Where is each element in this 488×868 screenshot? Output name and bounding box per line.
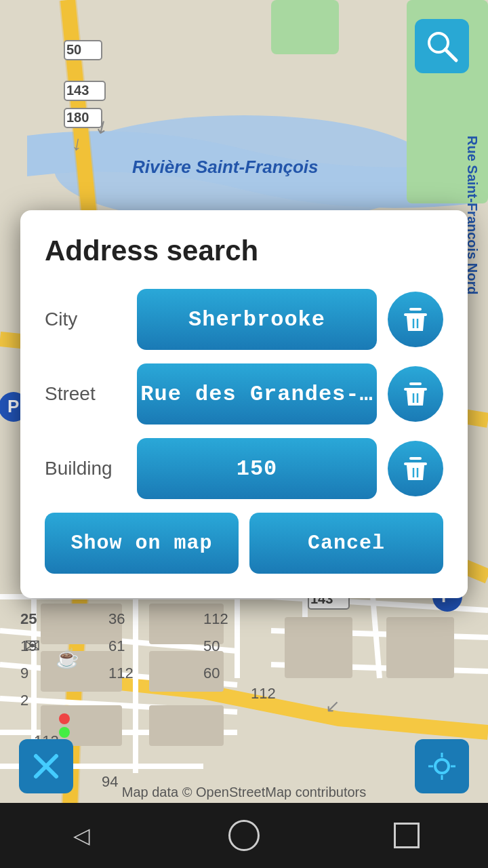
dialog-title: Address search (45, 235, 443, 267)
city-input-button[interactable]: Sherbrooke (137, 289, 377, 350)
street-clear-button[interactable] (388, 366, 443, 422)
nav-home-button[interactable] (217, 808, 271, 863)
street-row: Street Rue des Grandes-… (45, 363, 443, 425)
city-clear-button[interactable] (388, 292, 443, 347)
building-clear-button[interactable] (388, 441, 443, 496)
address-search-dialog: Address search City Sherbrooke Street (20, 210, 468, 598)
action-buttons-row: Show on map Cancel (45, 513, 443, 574)
svg-rect-74 (409, 308, 422, 311)
nav-back-button[interactable]: ◁ (54, 808, 108, 863)
dialog-overlay: Address search City Sherbrooke Street (0, 0, 488, 868)
svg-rect-78 (409, 382, 422, 385)
svg-rect-81 (404, 462, 427, 465)
trash-icon (400, 453, 431, 484)
building-input-button[interactable]: 150 (137, 438, 377, 499)
navigation-bar: ◁ (0, 803, 488, 868)
cancel-label: Cancel (308, 532, 385, 555)
trash-icon (400, 304, 431, 335)
recent-icon (394, 823, 420, 848)
show-on-map-label: Show on map (70, 532, 212, 555)
cancel-button[interactable]: Cancel (249, 513, 443, 574)
building-value: 150 (237, 456, 278, 481)
building-label: Building (45, 458, 126, 479)
show-on-map-button[interactable]: Show on map (45, 513, 239, 574)
home-icon (228, 820, 260, 851)
svg-rect-82 (409, 457, 422, 460)
svg-rect-77 (404, 388, 427, 391)
city-label: City (45, 309, 126, 330)
nav-recent-button[interactable] (380, 808, 434, 863)
back-icon: ◁ (73, 823, 90, 848)
trash-icon (400, 378, 431, 410)
city-value: Sherbrooke (188, 307, 325, 332)
street-input-button[interactable]: Rue des Grandes-… (137, 363, 377, 425)
svg-rect-73 (404, 313, 427, 316)
street-value: Rue des Grandes-… (140, 382, 373, 407)
building-row: Building 150 (45, 438, 443, 499)
city-row: City Sherbrooke (45, 289, 443, 350)
street-label: Street (45, 383, 126, 405)
